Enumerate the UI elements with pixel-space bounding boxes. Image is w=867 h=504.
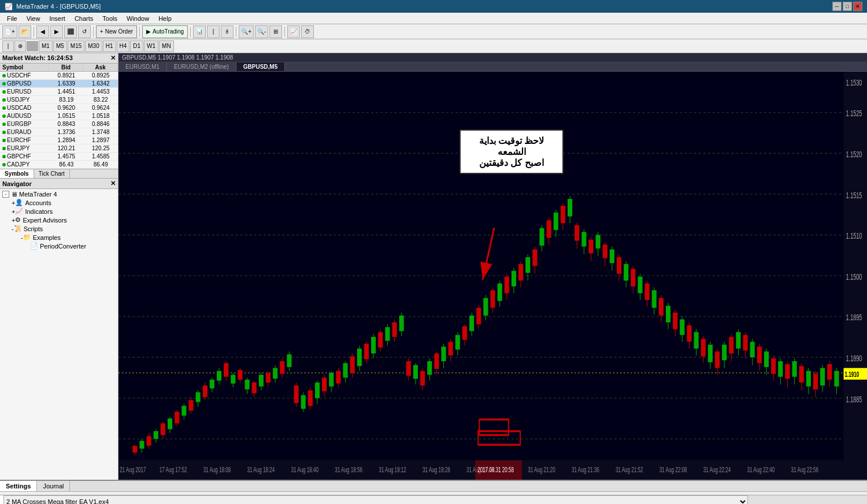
tab-gbpusd-m5[interactable]: GBPUSD,M5 xyxy=(236,62,285,71)
toolbar-stop-btn[interactable]: ⬛ xyxy=(64,25,77,38)
toolbar-open-btn[interactable]: 📂 xyxy=(18,25,31,38)
toolbar-sep-2 xyxy=(93,27,94,37)
toolbar-back-btn[interactable]: ◀ xyxy=(36,25,49,38)
menu-charts[interactable]: Charts xyxy=(70,14,98,23)
tf-d1-btn[interactable]: D1 xyxy=(130,40,143,52)
market-watch-row[interactable]: CADJPY 86.43 86.49 xyxy=(0,161,118,169)
menu-window[interactable]: Window xyxy=(122,14,154,23)
svg-text:1.1910: 1.1910 xyxy=(845,370,859,379)
toolbar-linechart-btn[interactable]: 📊 xyxy=(193,25,206,38)
market-watch-row[interactable]: EURCHF 1.2894 1.2897 xyxy=(0,136,118,144)
tf-m5-btn[interactable]: M5 xyxy=(53,40,67,52)
toolbar-indicators-btn[interactable]: 📈 xyxy=(287,25,300,38)
tf-mn-btn[interactable]: MN xyxy=(159,40,174,52)
market-watch-row[interactable]: EURAUD 1.3736 1.3748 xyxy=(0,128,118,136)
menu-view[interactable]: View xyxy=(22,14,45,23)
svg-text:31 Aug 21:52: 31 Aug 21:52 xyxy=(616,465,643,473)
tf-m1-btn[interactable]: M1 xyxy=(39,40,53,52)
mw-symbol-cell: EURJPY xyxy=(0,144,49,152)
ea-select[interactable]: 2 MA Crosses Mega filter EA V1.ex4 xyxy=(3,495,748,504)
nav-indicators[interactable]: + 📈 Indicators xyxy=(9,207,118,216)
toolbar-zoomin-btn[interactable]: 🔍+ xyxy=(239,25,254,38)
svg-text:1.1510: 1.1510 xyxy=(846,231,862,241)
svg-rect-70 xyxy=(294,386,299,403)
svg-rect-197 xyxy=(736,332,740,349)
tab-settings[interactable]: Settings xyxy=(0,481,37,491)
autotrading-button[interactable]: ▶ AutoTrading xyxy=(142,25,188,38)
market-watch-row[interactable]: EURGBP 0.8843 0.8846 xyxy=(0,120,118,128)
tf-h4-btn[interactable]: H4 xyxy=(117,40,130,52)
market-watch-rows: USDCHF 0.8921 0.8925 GBPUSD 1.6339 1.634… xyxy=(0,72,118,169)
navigator-close[interactable]: ✕ xyxy=(110,180,116,187)
timeframe-toolbar: | ⊕ M1 M5 M15 M30 H1 H4 D1 W1 MN xyxy=(0,39,867,53)
tf-crosshair-btn[interactable]: ⊕ xyxy=(14,40,26,52)
menu-help[interactable]: Help xyxy=(154,14,176,23)
minimize-button[interactable]: ─ xyxy=(832,2,842,11)
toolbar-period-btn[interactable]: ⏱ xyxy=(301,25,314,38)
svg-rect-114 xyxy=(449,342,453,355)
restore-button[interactable]: □ xyxy=(843,2,852,11)
mt4-icon: 🖥 xyxy=(11,191,17,198)
tf-line-btn[interactable]: | xyxy=(2,40,14,52)
toolbar-fwd-btn[interactable]: ▶ xyxy=(50,25,63,38)
svg-rect-195 xyxy=(729,337,733,354)
svg-rect-98 xyxy=(392,323,397,337)
svg-rect-94 xyxy=(378,332,383,347)
toolbar-candlestick-btn[interactable]: 🕯 xyxy=(221,25,234,38)
svg-rect-90 xyxy=(364,344,369,360)
tab-eurusd-m1[interactable]: EURUSD,M1 xyxy=(118,62,167,71)
indicators-icon: 📈 xyxy=(15,207,23,215)
market-watch: Market Watch: 16:24:53 ✕ Symbol Bid Ask … xyxy=(0,53,118,179)
market-watch-row[interactable]: EURJPY 120.21 120.25 xyxy=(0,144,118,153)
nav-period-converter[interactable]: 📄 PeriodConverter xyxy=(28,242,118,250)
menu-insert[interactable]: Insert xyxy=(45,14,70,23)
annotation-line2: اصبح كل دقيقتين xyxy=(468,157,555,168)
nav-expert-advisors[interactable]: + ⚙ Expert Advisors xyxy=(9,216,118,224)
chart-container: 1.1530 1.1525 1.1520 1.1515 1.1510 1.150… xyxy=(118,72,867,480)
mw-ask-cell: 83.22 xyxy=(84,96,118,103)
tf-h1-btn[interactable]: H1 xyxy=(103,40,116,52)
svg-rect-177 xyxy=(666,306,670,323)
toolbar-properties-btn[interactable]: ⊞ xyxy=(269,25,282,38)
market-watch-row[interactable]: AUDUSD 1.0515 1.0518 xyxy=(0,112,118,120)
navigator-header: Navigator ✕ xyxy=(0,179,118,189)
close-button[interactable]: ✕ xyxy=(853,2,862,11)
expand-metatrader4[interactable]: - xyxy=(2,191,9,198)
tab-tick-chart[interactable]: Tick Chart xyxy=(34,169,70,178)
tab-eurusd-m2[interactable]: EURUSD,M2 (offline) xyxy=(167,62,236,71)
navigator-tree: - 🖥 MetaTrader 4 + 👤 Accounts + 📈 Indica… xyxy=(0,189,118,251)
menu-file[interactable]: File xyxy=(2,14,22,23)
menu-tools[interactable]: Tools xyxy=(98,14,122,23)
nav-scripts[interactable]: - 📜 Scripts xyxy=(9,224,118,233)
tf-m15-btn[interactable]: M15 xyxy=(68,40,84,52)
nav-accounts[interactable]: + 👤 Accounts xyxy=(9,198,118,207)
svg-rect-118 xyxy=(462,326,467,340)
svg-rect-92 xyxy=(371,337,376,354)
mw-symbol-cell: GBPCHF xyxy=(0,153,49,160)
market-watch-row[interactable]: GBPUSD 1.6339 1.6342 xyxy=(0,80,118,88)
tf-m30-btn[interactable]: M30 xyxy=(85,40,102,52)
market-watch-row[interactable]: GBPCHF 1.4575 1.4585 xyxy=(0,153,118,161)
market-watch-row[interactable]: EURUSD 1.4451 1.4453 xyxy=(0,88,118,96)
toolbar-refresh-btn[interactable]: ↺ xyxy=(78,25,91,38)
nav-examples[interactable]: - 📁 Examples xyxy=(18,233,118,242)
new-order-button[interactable]: + New Order xyxy=(96,25,137,38)
tf-w1-btn[interactable]: W1 xyxy=(144,40,158,52)
svg-text:31 Aug 18:56: 31 Aug 18:56 xyxy=(335,465,362,473)
chart-tabs: EURUSD,M1 EURUSD,M2 (offline) GBPUSD,M5 xyxy=(118,62,867,72)
svg-rect-38 xyxy=(181,406,186,416)
market-watch-row[interactable]: USDCHF 0.8921 0.8925 xyxy=(0,72,118,80)
toolbar-zoomout-btn[interactable]: 🔍- xyxy=(255,25,268,38)
market-watch-row[interactable]: USDCAD 0.9620 0.9624 xyxy=(0,104,118,112)
market-watch-columns: Symbol Bid Ask xyxy=(0,64,118,72)
svg-text:17 Aug 17:52: 17 Aug 17:52 xyxy=(160,465,187,473)
tab-journal[interactable]: Journal xyxy=(37,481,70,491)
market-watch-close[interactable]: ✕ xyxy=(110,54,116,62)
toolbar-barchart-btn[interactable]: | xyxy=(207,25,220,38)
tab-symbols[interactable]: Symbols xyxy=(0,169,34,178)
market-watch-row[interactable]: USDJPY 83.19 83.22 xyxy=(0,96,118,104)
svg-rect-189 xyxy=(708,344,713,362)
nav-metatrader4[interactable]: - 🖥 MetaTrader 4 xyxy=(0,190,118,198)
svg-rect-44 xyxy=(203,386,208,397)
toolbar-new-btn[interactable]: 📄+ xyxy=(2,25,17,38)
